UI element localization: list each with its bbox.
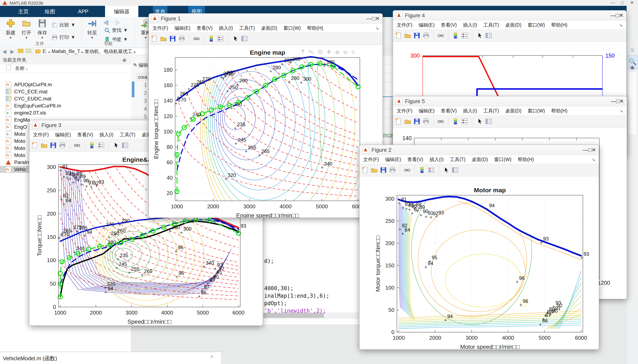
property-inspector-icon[interactable] xyxy=(241,35,248,42)
open-file-icon[interactable] xyxy=(160,35,167,42)
save-icon[interactable] xyxy=(413,32,420,39)
ribbon-tab-4[interactable]: 编辑器 xyxy=(105,6,138,17)
compare-button[interactable]: 比较▼ xyxy=(52,22,76,28)
axes-toolbar[interactable]: ⤒✎▤✛⊕⊖⌂ xyxy=(302,49,359,55)
menu-item-2[interactable]: 编辑(E) xyxy=(55,132,71,138)
new-file-icon[interactable] xyxy=(395,118,402,125)
maximize-button[interactable]: □ xyxy=(588,147,591,153)
menu-item-5[interactable]: 工具(T) xyxy=(120,132,135,138)
legend-icon[interactable] xyxy=(217,35,224,42)
file-row-engine2.0T.xls[interactable]: sengine2.0T.xls xyxy=(0,109,131,116)
file-row-EngEquFuelCurPlt.m[interactable]: fxEngEquFuelCurPlt.m xyxy=(0,102,131,109)
new-file-icon[interactable] xyxy=(362,166,369,174)
menu-item-6[interactable]: 桌面(D) xyxy=(261,25,277,32)
close-button[interactable]: ✕ xyxy=(375,16,380,22)
open-file-icon[interactable] xyxy=(404,118,411,125)
legend-icon[interactable] xyxy=(461,118,468,125)
figure1-titlebar[interactable]: Figure 1 —□✕ xyxy=(149,14,383,24)
link-plot-icon[interactable] xyxy=(193,35,200,42)
dock-arrow-icon[interactable]: ↘ xyxy=(619,108,623,113)
menu-item-4[interactable]: 插入(I) xyxy=(463,108,477,114)
menu-item-5[interactable]: 工具(T) xyxy=(450,156,465,163)
menu-item-3[interactable]: 查看(V) xyxy=(197,25,213,32)
folder-column-header[interactable]: 名称 ▴ xyxy=(0,64,131,72)
up-folder-icon[interactable] xyxy=(18,49,23,54)
menu-item-8[interactable]: 帮助(H) xyxy=(307,25,323,32)
new-file-icon[interactable] xyxy=(151,35,158,42)
figure2-titlebar[interactable]: Figure 2 —□✕ xyxy=(359,145,599,155)
colorbar-icon[interactable] xyxy=(208,35,215,42)
menu-item-4[interactable]: 插入(I) xyxy=(463,22,477,28)
print-icon[interactable] xyxy=(59,142,66,149)
dock-arrow-icon[interactable]: ↘ xyxy=(619,22,622,28)
maximize-button[interactable]: □ xyxy=(372,16,375,22)
pointer-icon[interactable] xyxy=(476,118,483,125)
menu-item-2[interactable]: 编辑(E) xyxy=(174,25,190,32)
crumb-3[interactable]: 发动机、电动机最优工 xyxy=(85,49,134,54)
menu-item-3[interactable]: 查看(V) xyxy=(77,132,93,138)
maximize-button[interactable]: □ xyxy=(616,98,619,104)
menu-item-2[interactable]: 编辑(E) xyxy=(418,108,435,114)
legend-icon[interactable] xyxy=(428,166,435,174)
menu-item-5[interactable]: 工具(T) xyxy=(483,22,499,28)
link-plot-icon[interactable] xyxy=(404,166,411,174)
new-file-icon[interactable] xyxy=(395,32,402,39)
menu-item-4[interactable]: 插入(I) xyxy=(219,25,233,32)
menu-item-3[interactable]: 查看(V) xyxy=(407,156,423,163)
dock-arrow-icon[interactable]: ↘ xyxy=(375,26,379,30)
file-row-CYC_EUDC.mat[interactable]: CYC_EUDC.mat xyxy=(0,95,131,102)
print-icon[interactable] xyxy=(422,32,430,39)
app-close-button[interactable]: ✕ xyxy=(627,0,637,5)
dock-menu-icon[interactable]: ◉ xyxy=(628,64,636,70)
minimize-button[interactable]: — xyxy=(610,12,615,18)
figure5-titlebar[interactable]: Figure 5 —□✕ xyxy=(393,96,627,106)
menu-item-2[interactable]: 编辑(E) xyxy=(385,156,401,163)
save-icon[interactable] xyxy=(169,35,176,42)
menu-item-2[interactable]: 编辑(E) xyxy=(418,22,435,28)
menu-item-1[interactable]: 文件(F) xyxy=(363,156,379,163)
menu-item-7[interactable]: 窗口(W) xyxy=(528,22,545,28)
minimize-button[interactable]: — xyxy=(610,98,616,104)
save-button[interactable]: 保存▼ xyxy=(35,19,50,39)
dock-arrow-icon[interactable]: ↘ xyxy=(592,157,595,162)
ribbon-tab-2[interactable]: 绘图 xyxy=(44,6,56,17)
close-button[interactable]: ✕ xyxy=(619,12,623,18)
details-collapse-icon[interactable]: ^ xyxy=(211,354,213,361)
colorbar-icon[interactable] xyxy=(452,118,459,125)
pointer-icon[interactable] xyxy=(232,35,239,42)
open-file-icon[interactable] xyxy=(404,32,411,39)
file-row-CYC_ECE.mat[interactable]: CYC_ECE.mat xyxy=(0,88,131,95)
menu-item-5[interactable]: 工具(T) xyxy=(239,25,255,32)
menu-item-8[interactable]: 帮助(H) xyxy=(518,156,534,163)
back-icon[interactable]: ◀ xyxy=(3,49,6,54)
link-plot-icon[interactable] xyxy=(74,142,81,149)
save-icon[interactable] xyxy=(50,142,57,149)
menu-item-1[interactable]: 文件(F) xyxy=(33,132,49,138)
save-icon[interactable] xyxy=(413,118,420,125)
property-inspector-icon[interactable] xyxy=(485,32,492,39)
back-forward-icons[interactable] xyxy=(102,19,125,27)
menu-item-1[interactable]: 文件(F) xyxy=(397,22,412,28)
forward-icon[interactable]: ▶ xyxy=(11,49,14,54)
minimize-button[interactable]: — xyxy=(366,16,372,22)
menu-item-7[interactable]: 窗口(W) xyxy=(528,108,545,114)
pointer-icon[interactable] xyxy=(442,166,449,174)
save-icon[interactable] xyxy=(380,166,387,174)
menu-item-3[interactable]: 查看(V) xyxy=(441,22,457,28)
property-inspector-icon[interactable] xyxy=(485,118,492,125)
goto-button[interactable]: 转至▼ xyxy=(85,19,100,39)
new-file-icon[interactable] xyxy=(32,142,39,149)
menu-item-1[interactable]: 文件(F) xyxy=(397,108,412,114)
new-button[interactable]: 新建▼ xyxy=(3,19,18,39)
colorbar-icon[interactable] xyxy=(88,142,96,149)
pointer-icon[interactable] xyxy=(476,32,483,39)
menu-item-7[interactable]: 窗口(W) xyxy=(494,156,511,163)
file-row-APUOptCurPlt.m[interactable]: fxAPUOptCurPlt.m xyxy=(0,81,131,88)
find-button[interactable]: 查找▼ xyxy=(104,27,128,34)
menu-item-8[interactable]: 帮助(H) xyxy=(551,22,567,28)
open-file-icon[interactable] xyxy=(41,142,48,149)
property-inspector-icon[interactable] xyxy=(452,166,459,174)
link-plot-icon[interactable] xyxy=(437,118,444,125)
print-button[interactable]: 打印▼ xyxy=(52,34,76,40)
legend-icon[interactable] xyxy=(461,32,468,39)
